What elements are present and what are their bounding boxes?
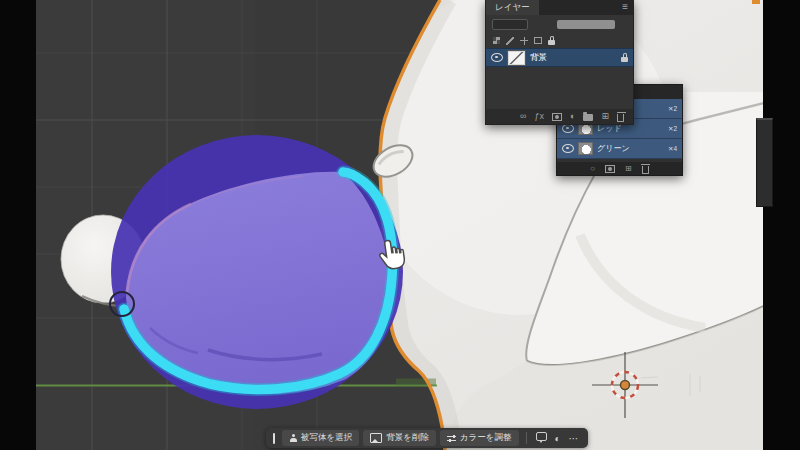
layer-visibility-icon[interactable] — [562, 144, 574, 153]
layer-visibility-icon[interactable] — [562, 124, 574, 133]
lock-all-icon[interactable] — [548, 36, 555, 45]
layer-badge: ✕4 — [668, 145, 677, 153]
left-black-strip — [0, 0, 36, 450]
lock-position-icon[interactable] — [520, 37, 528, 45]
layer-badge: ✕2 — [668, 125, 677, 133]
delete-layer-icon[interactable] — [642, 166, 649, 174]
painted-sphere[interactable] — [111, 135, 403, 409]
app-window: レイヤー ≡ 背景 ∞ ƒx ◐ ⊞ — [0, 0, 800, 450]
lock-transparent-pixels-icon[interactable] — [493, 37, 500, 44]
panel-menu-icon[interactable]: ≡ — [617, 0, 633, 15]
layers-filter-row — [486, 15, 633, 32]
adjustment-icon[interactable]: ○ — [590, 165, 595, 173]
secondary-panel-toolbar: ○ ⊞ — [557, 162, 682, 175]
more-options-button[interactable]: ⋯ — [567, 433, 581, 444]
taskbar-grip-handle[interactable] — [273, 433, 275, 444]
remove-background-label: 背景を削除 — [386, 432, 429, 444]
adjust-color-label: カラーを調整 — [460, 432, 512, 444]
background-lock-icon[interactable] — [621, 53, 628, 62]
layers-lock-row — [486, 32, 633, 48]
tab-layers[interactable]: レイヤー — [486, 0, 539, 15]
new-group-icon[interactable] — [583, 114, 593, 121]
opacity-control[interactable] — [557, 20, 615, 29]
layer-effects-icon[interactable]: ƒx — [535, 112, 545, 121]
layer-name: 背景 — [530, 52, 547, 64]
add-mask-icon[interactable] — [605, 165, 615, 173]
layer-thumbnail[interactable] — [508, 51, 525, 65]
layer-visibility-icon[interactable] — [491, 53, 503, 62]
add-mask-icon[interactable] — [552, 113, 562, 121]
layer-name: グリーン — [597, 143, 630, 154]
layer-badge: ✕2 — [668, 105, 677, 113]
person-icon — [289, 434, 297, 442]
layer-row-green[interactable]: グリーン ✕4 — [557, 139, 682, 159]
layers-panel-tabbar: レイヤー ≡ — [486, 0, 633, 15]
adjust-color-button[interactable]: カラーを調整 — [440, 430, 519, 446]
layer-row-background[interactable]: 背景 — [486, 48, 633, 67]
speech-bubble-icon — [536, 432, 547, 441]
properties-toggle-button[interactable]: ◐ — [553, 433, 563, 444]
viewport-canvas[interactable] — [0, 0, 800, 450]
new-layer-icon[interactable]: ⊞ — [601, 112, 609, 121]
link-layers-icon[interactable]: ∞ — [520, 112, 526, 121]
delete-layer-icon[interactable] — [617, 114, 624, 122]
filter-kind-dropdown[interactable] — [492, 19, 528, 30]
new-layer-icon[interactable]: ⊞ — [625, 165, 632, 173]
side-panel-sliver — [756, 118, 773, 207]
contextual-taskbar: 被写体を選択 背景を削除 カラーを調整 ◐ ⋯ — [266, 428, 588, 448]
feedback-bubble-button[interactable] — [534, 434, 549, 443]
image-icon — [370, 433, 382, 443]
adjustment-layer-icon[interactable]: ◐ — [570, 112, 575, 121]
sliders-icon — [447, 434, 456, 442]
layers-panel-toolbar: ∞ ƒx ◐ ⊞ — [486, 109, 633, 124]
select-subject-label: 被写体を選択 — [301, 432, 352, 444]
select-subject-button[interactable]: 被写体を選択 — [282, 430, 359, 446]
layers-panel: レイヤー ≡ 背景 ∞ ƒx ◐ ⊞ — [485, 0, 634, 125]
remove-background-button[interactable]: 背景を削除 — [363, 430, 436, 446]
lock-image-pixels-icon[interactable] — [506, 37, 514, 45]
taskbar-divider — [526, 432, 527, 444]
selection-outline-top-fragment — [752, 0, 760, 4]
right-black-strip — [763, 0, 800, 450]
lock-artboard-icon[interactable] — [534, 37, 542, 44]
layer-thumbnail[interactable] — [578, 142, 593, 155]
